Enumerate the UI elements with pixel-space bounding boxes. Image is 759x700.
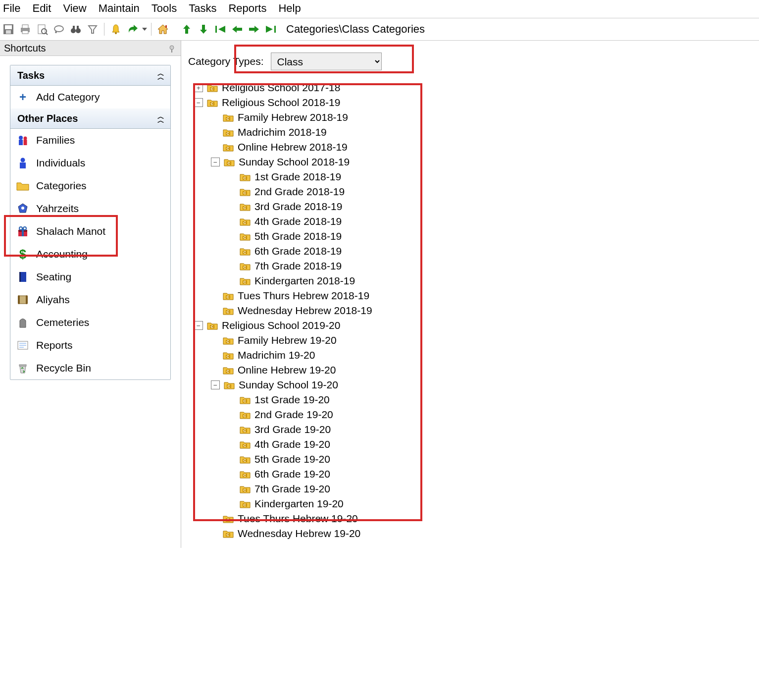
- tree-node[interactable]: COnline Hebrew 2018-19: [194, 140, 759, 155]
- filter-icon[interactable]: [84, 21, 101, 38]
- tree-node[interactable]: C1st Grade 2018-19: [194, 169, 759, 184]
- category-types-select[interactable]: Class: [271, 53, 382, 70]
- print-icon[interactable]: [17, 21, 34, 38]
- menu-tasks[interactable]: Tasks: [189, 2, 216, 15]
- other-places-header[interactable]: Other Places ︿︿: [10, 108, 170, 129]
- svg-point-12: [76, 28, 81, 33]
- pin-icon[interactable]: [168, 44, 177, 53]
- tree-node[interactable]: CWednesday Hebrew 19-20: [194, 526, 759, 541]
- tree-node[interactable]: CMadrichim 2018-19: [194, 125, 759, 140]
- category-folder-icon: C: [223, 128, 234, 137]
- nav-prev-icon[interactable]: [229, 21, 246, 38]
- sidebar-item-categories[interactable]: Categories: [10, 174, 170, 197]
- lasso-icon[interactable]: [51, 21, 67, 38]
- sidebar-item-recycle-bin[interactable]: Recycle Bin: [10, 357, 170, 379]
- menu-help[interactable]: Help: [278, 2, 301, 15]
- svg-text:C: C: [244, 488, 247, 492]
- tree-node[interactable]: C5th Grade 19-20: [194, 452, 759, 467]
- home-icon[interactable]: [154, 21, 171, 38]
- other-places-title: Other Places: [17, 113, 78, 124]
- preview-icon[interactable]: [34, 21, 51, 38]
- tree-node[interactable]: C2nd Grade 19-20: [194, 407, 759, 422]
- tree-node[interactable]: −CSunday School 2018-19: [194, 155, 759, 169]
- nav-next-icon[interactable]: [246, 21, 262, 38]
- sidebar-item-individuals[interactable]: Individuals: [10, 152, 170, 174]
- category-folder-icon: C: [223, 143, 234, 152]
- tree-node[interactable]: CMadrichim 19-20: [194, 348, 759, 363]
- tree-node[interactable]: −CSunday School 19-20: [194, 377, 759, 392]
- menu-tools[interactable]: Tools: [152, 2, 177, 15]
- tree-node[interactable]: C5th Grade 2018-19: [194, 229, 759, 244]
- sidebar-item-accounting[interactable]: $Accounting: [10, 243, 170, 266]
- tree-node[interactable]: C7th Grade 2018-19: [194, 259, 759, 273]
- category-types-label: Category Types:: [188, 55, 264, 67]
- tree-node[interactable]: CFamily Hebrew 2018-19: [194, 110, 759, 125]
- sidebar-item-cemeteries[interactable]: Cemeteries: [10, 311, 170, 334]
- tree-node[interactable]: +CReligious School 2017-18: [194, 80, 759, 95]
- svg-text:C: C: [227, 518, 230, 522]
- svg-point-30: [19, 136, 23, 140]
- menu-edit[interactable]: Edit: [32, 2, 51, 15]
- tree-node[interactable]: C2nd Grade 2018-19: [194, 184, 759, 199]
- tree-node[interactable]: CTues Thurs Hebrew 2018-19: [194, 288, 759, 303]
- bell-icon[interactable]: [107, 21, 124, 38]
- tree-node[interactable]: C6th Grade 2018-19: [194, 244, 759, 259]
- sidebar-item-aliyahs[interactable]: Aliyahs: [10, 288, 170, 311]
- svg-point-28: [170, 46, 174, 50]
- tree-node[interactable]: CWednesday Hebrew 2018-19: [194, 303, 759, 318]
- tree-node[interactable]: CFamily Hebrew 19-20: [194, 333, 759, 348]
- tree-node[interactable]: C4th Grade 2018-19: [194, 214, 759, 229]
- svg-point-10: [55, 31, 57, 33]
- tree-node[interactable]: CTues Thurs Hebrew 19-20: [194, 511, 759, 526]
- svg-text:C: C: [244, 250, 247, 255]
- sidebar-item-label: Families: [36, 134, 75, 146]
- menu-view[interactable]: View: [63, 2, 86, 15]
- collapse-icon: ︿︿: [157, 71, 163, 79]
- nav-up-icon[interactable]: [178, 21, 195, 38]
- sidebar-item-seating[interactable]: Seating: [10, 266, 170, 288]
- collapse-icon[interactable]: −: [211, 158, 220, 166]
- menu-maintain[interactable]: Maintain: [99, 2, 140, 15]
- tree-node[interactable]: C3rd Grade 19-20: [194, 422, 759, 437]
- tree-node-label: Kindergarten 19-20: [254, 498, 344, 510]
- sidebar-item-shalach-manot[interactable]: Shalach Manot: [10, 220, 170, 243]
- nav-first-icon[interactable]: [212, 21, 229, 38]
- tree-node[interactable]: C4th Grade 19-20: [194, 437, 759, 452]
- binoculars-icon[interactable]: [67, 21, 84, 38]
- tree-node[interactable]: −CReligious School 2019-20: [194, 318, 759, 333]
- collapse-icon[interactable]: −: [194, 321, 203, 330]
- sidebar-item-families[interactable]: Families: [10, 129, 170, 152]
- tree-node[interactable]: C1st Grade 19-20: [194, 392, 759, 407]
- sidebar-item-label: Yahrzeits: [36, 203, 79, 215]
- share-icon[interactable]: [124, 21, 141, 38]
- dropdown-icon[interactable]: [141, 21, 148, 38]
- sidebar-item-reports[interactable]: Reports: [10, 334, 170, 357]
- tree-node[interactable]: C3rd Grade 2018-19: [194, 199, 759, 214]
- tree-node[interactable]: C7th Grade 19-20: [194, 482, 759, 496]
- svg-text:C: C: [244, 429, 247, 433]
- menu-file[interactable]: File: [3, 2, 20, 15]
- tasks-header[interactable]: Tasks ︿︿: [10, 65, 170, 86]
- tree-branch-line: [228, 188, 236, 196]
- tree-node[interactable]: CKindergarten 19-20: [194, 496, 759, 511]
- tree-node[interactable]: CKindergarten 2018-19: [194, 273, 759, 288]
- menu-reports[interactable]: Reports: [228, 2, 266, 15]
- nav-down-icon[interactable]: [195, 21, 212, 38]
- collapse-icon[interactable]: −: [211, 380, 220, 389]
- folder-icon: [16, 179, 29, 192]
- expand-icon[interactable]: +: [194, 83, 203, 92]
- svg-rect-44: [19, 296, 26, 304]
- sidebar-item-yahrzeits[interactable]: Yahrzeits: [10, 197, 170, 220]
- tree-node[interactable]: −CReligious School 2018-19: [194, 95, 759, 110]
- tree-node[interactable]: C6th Grade 19-20: [194, 467, 759, 482]
- save-icon[interactable]: [0, 21, 17, 38]
- sidebar-item-label: Reports: [36, 339, 73, 351]
- nav-last-icon[interactable]: [262, 21, 279, 38]
- add-category-item[interactable]: + Add Category: [10, 86, 170, 108]
- svg-marker-23: [218, 26, 225, 33]
- collapse-icon[interactable]: −: [194, 98, 203, 107]
- svg-text:C: C: [227, 354, 230, 359]
- tree-node[interactable]: COnline Hebrew 19-20: [194, 363, 759, 377]
- svg-rect-46: [26, 295, 28, 304]
- category-folder-icon: C: [240, 172, 251, 181]
